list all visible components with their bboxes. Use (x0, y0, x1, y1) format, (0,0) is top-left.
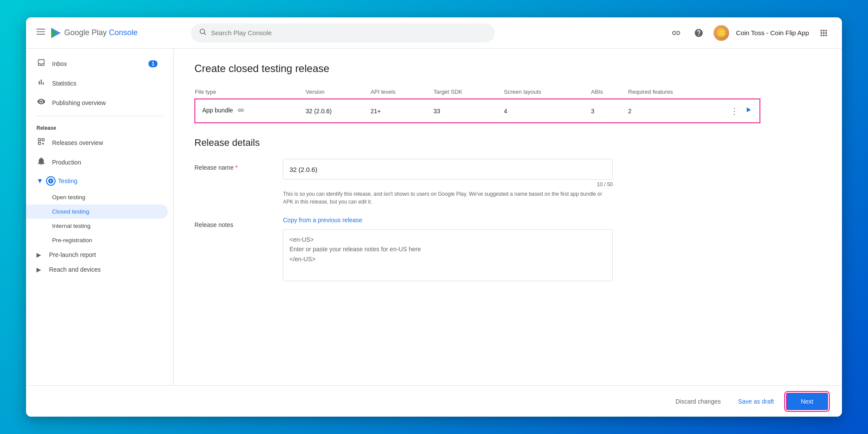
release-name-label: Release name * (194, 159, 273, 171)
sidebar-label-pre-launch-report: Pre-launch report (49, 251, 96, 258)
cell-file-type: App bundle (195, 99, 306, 123)
sidebar-item-internal-testing[interactable]: Internal testing (26, 219, 168, 233)
link-icon-btn[interactable] (668, 25, 684, 41)
svg-point-7 (200, 29, 205, 34)
production-icon (36, 157, 46, 168)
col-header-target-sdk: Target SDK (434, 85, 504, 99)
hamburger-icon[interactable] (36, 27, 45, 38)
sidebar-label-internal-testing: Internal testing (52, 223, 91, 229)
svg-rect-2 (36, 34, 45, 35)
sidebar-label-closed-testing: Closed testing (52, 208, 89, 215)
sidebar-item-pre-launch-report[interactable]: ▶ Pre-launch report (26, 247, 168, 262)
play-logo-icon (49, 27, 62, 39)
more-options-icon[interactable]: ⋮ (730, 106, 739, 116)
topbar-right: 🪙 Coin Toss - Coin Flip App (668, 25, 832, 41)
col-header-file-type: File type (195, 85, 306, 99)
cell-required-features: 2 (628, 99, 730, 123)
release-name-field: 10 / 50 This is so you can identify this… (283, 159, 613, 206)
save-as-draft-button[interactable]: Save as draft (733, 395, 779, 408)
sidebar-label-publishing-overview: Publishing overview (52, 99, 106, 106)
bottom-bar: Discard changes Save as draft Next (26, 385, 842, 417)
page-title: Create closed testing release (194, 62, 760, 75)
copy-from-previous-link[interactable]: Copy from a previous release (283, 217, 362, 224)
releases-overview-icon (36, 137, 46, 148)
table-row: App bundle 32 (2.0.6) 21+ 33 4 3 2 (195, 99, 760, 123)
next-button[interactable]: Next (786, 393, 828, 410)
release-name-input[interactable] (283, 159, 613, 180)
sidebar-label-statistics: Statistics (52, 80, 76, 87)
cell-version: 32 (2.0.6) (306, 99, 370, 123)
inbox-badge: 1 (148, 60, 158, 67)
cell-api-levels: 21+ (371, 99, 434, 123)
required-marker: * (235, 164, 237, 171)
search-icon (199, 28, 207, 38)
publishing-overview-icon (36, 97, 46, 108)
release-notes-label: Release notes (194, 216, 273, 228)
testing-icon (46, 176, 56, 186)
sidebar-label-inbox: Inbox (52, 60, 67, 67)
avatar: 🪙 (713, 25, 729, 41)
statistics-icon (36, 78, 46, 89)
topbar-left: Google Play Console (36, 27, 184, 39)
content-inner: Create closed testing release File type … (174, 49, 781, 306)
bundle-table: File type Version API levels Target SDK … (194, 85, 760, 123)
logo-area[interactable]: Google Play Console (49, 27, 138, 39)
apps-grid-icon-btn[interactable] (816, 25, 832, 41)
sidebar-item-open-testing[interactable]: Open testing (26, 190, 168, 204)
sidebar-item-statistics[interactable]: Statistics (26, 73, 168, 93)
sidebar-label-releases-overview: Releases overview (52, 139, 103, 146)
char-count-label: 10 / 50 (283, 181, 613, 187)
release-notes-line3: </en-US> (289, 254, 606, 264)
search-bar[interactable] (191, 23, 495, 43)
col-header-required-features: Required features (628, 85, 730, 99)
discard-changes-button[interactable]: Discard changes (670, 395, 726, 408)
chevron-down-icon: ▼ (36, 177, 43, 185)
svg-rect-1 (36, 31, 45, 32)
release-name-hint: This is so you can identify this release… (283, 190, 613, 206)
release-notes-textarea[interactable]: <en-US> Enter or paste your release note… (283, 229, 613, 281)
col-header-version: Version (306, 85, 370, 99)
col-header-screen-layouts: Screen layouts (504, 85, 591, 99)
navigate-arrow-icon[interactable] (744, 107, 753, 116)
cell-screen-layouts: 4 (504, 99, 591, 123)
sidebar-label-pre-registration: Pre-registration (52, 237, 92, 243)
release-notes-field: Copy from a previous release <en-US> Ent… (283, 216, 613, 281)
chevron-right-icon-2: ▶ (36, 266, 41, 273)
release-notes-line2: Enter or paste your release notes for en… (289, 244, 606, 254)
inbox-icon (36, 58, 46, 69)
release-section-label: Release (26, 120, 173, 133)
main-layout: Inbox 1 Statistics Publishing overview R… (26, 49, 842, 385)
topbar: Google Play Console 🪙 Coin Toss - Coin F… (26, 17, 842, 49)
sidebar-item-production[interactable]: Production (26, 152, 168, 172)
sidebar-item-releases-overview[interactable]: Releases overview (26, 133, 168, 152)
release-details-title: Release details (194, 137, 760, 148)
chevron-right-icon: ▶ (36, 251, 41, 258)
col-header-api-levels: API levels (371, 85, 434, 99)
sidebar-item-reach-and-devices[interactable]: ▶ Reach and devices (26, 262, 168, 277)
cell-actions: ⋮ (730, 99, 760, 123)
app-name-label: Coin Toss - Coin Flip App (736, 29, 809, 36)
sidebar-item-inbox[interactable]: Inbox 1 (26, 54, 168, 73)
sidebar-item-pre-registration[interactable]: Pre-registration (26, 233, 168, 247)
sidebar-label-production: Production (52, 159, 81, 166)
sidebar: Inbox 1 Statistics Publishing overview R… (26, 49, 174, 385)
release-notes-row: Release notes Copy from a previous relea… (194, 216, 760, 281)
sidebar-label-open-testing: Open testing (52, 194, 85, 201)
svg-rect-0 (36, 29, 45, 30)
release-name-row: Release name * 10 / 50 This is so you ca… (194, 159, 760, 206)
search-input[interactable] (211, 29, 487, 36)
content-area: Create closed testing release File type … (174, 49, 842, 385)
sidebar-item-closed-testing[interactable]: Closed testing (26, 204, 168, 219)
sidebar-item-publishing-overview[interactable]: Publishing overview (26, 93, 168, 112)
release-notes-line1: <en-US> (289, 235, 606, 244)
sidebar-label-testing: Testing (58, 178, 77, 184)
help-icon-btn[interactable] (691, 25, 707, 41)
link-icon[interactable] (237, 108, 244, 115)
svg-line-8 (204, 33, 206, 35)
logo-text: Google Play Console (64, 28, 138, 37)
col-header-abis: ABIs (591, 85, 628, 99)
sidebar-label-reach-and-devices: Reach and devices (49, 266, 101, 273)
cell-target-sdk: 33 (434, 99, 504, 123)
sidebar-item-testing[interactable]: ▼ Testing (26, 172, 168, 190)
cell-abis: 3 (591, 99, 628, 123)
